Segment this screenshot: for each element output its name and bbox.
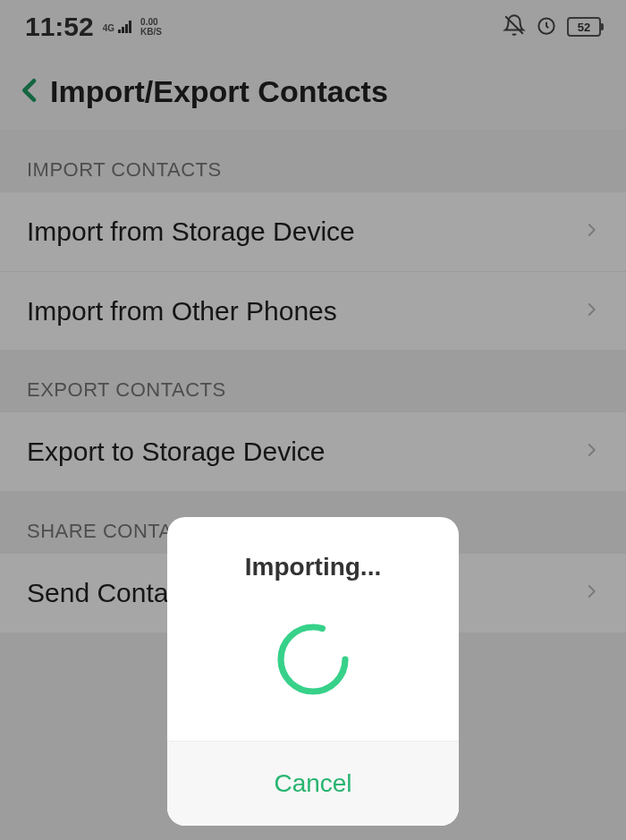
- importing-dialog: Importing... Cancel: [167, 517, 459, 826]
- modal-overlay: Importing... Cancel: [0, 0, 626, 840]
- spinner-icon: [273, 619, 353, 703]
- svg-point-2: [281, 627, 345, 692]
- dialog-title: Importing...: [245, 553, 381, 581]
- cancel-button[interactable]: Cancel: [167, 741, 459, 826]
